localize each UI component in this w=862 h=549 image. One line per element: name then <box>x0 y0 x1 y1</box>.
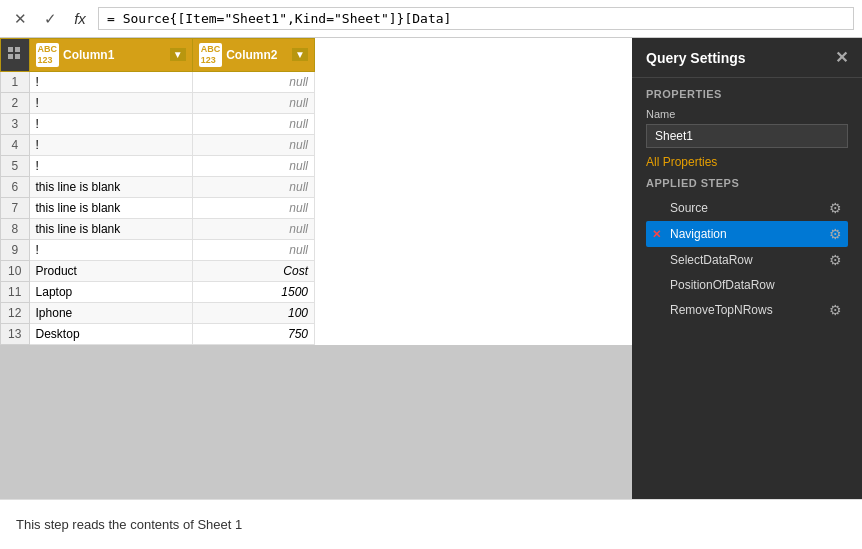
step-item[interactable]: ✕Navigation⚙ <box>646 221 848 247</box>
table-row: 10ProductCost <box>1 260 315 281</box>
table-row: 1!null <box>1 71 315 92</box>
row-number: 9 <box>1 239 30 260</box>
query-settings-header: Query Settings ✕ <box>632 38 862 78</box>
row-number: 1 <box>1 71 30 92</box>
applied-steps-label: APPLIED STEPS <box>646 177 848 189</box>
table-row: 7this line is blanknull <box>1 197 315 218</box>
cell-col2[interactable]: 100 <box>192 302 314 323</box>
cell-col2[interactable]: Cost <box>192 260 314 281</box>
row-num-header <box>1 39 30 72</box>
formula-input[interactable] <box>98 7 854 30</box>
table-row: 4!null <box>1 134 315 155</box>
step-gear-icon[interactable]: ⚙ <box>829 226 842 242</box>
properties-section: PROPERTIES Name All Properties <box>632 78 862 175</box>
cancel-button[interactable]: ✕ <box>8 7 32 31</box>
table-row: 12Iphone100 <box>1 302 315 323</box>
cell-col1[interactable]: this line is blank <box>29 218 192 239</box>
row-number: 10 <box>1 260 30 281</box>
data-panel: ABC123 Column1 ▼ ABC123 Column2 ▼ <box>0 38 632 499</box>
column2-dropdown[interactable]: ▼ <box>292 48 308 61</box>
table-row: 3!null <box>1 113 315 134</box>
cell-col1[interactable]: Iphone <box>29 302 192 323</box>
row-number: 4 <box>1 134 30 155</box>
row-number: 2 <box>1 92 30 113</box>
col2-type-icon: ABC123 <box>199 43 223 67</box>
all-properties-link[interactable]: All Properties <box>646 155 717 169</box>
cell-col1[interactable]: this line is blank <box>29 176 192 197</box>
svg-rect-2 <box>8 54 13 59</box>
column1-dropdown[interactable]: ▼ <box>170 48 186 61</box>
query-settings-close-button[interactable]: ✕ <box>835 48 848 67</box>
row-number: 13 <box>1 323 30 344</box>
query-name-input[interactable] <box>646 124 848 148</box>
cell-col2[interactable]: null <box>192 134 314 155</box>
step-item[interactable]: SelectDataRow⚙ <box>646 247 848 273</box>
table-row: 11Laptop1500 <box>1 281 315 302</box>
cell-col1[interactable]: ! <box>29 239 192 260</box>
svg-rect-0 <box>8 47 13 52</box>
cell-col2[interactable]: null <box>192 218 314 239</box>
cell-col2[interactable]: null <box>192 92 314 113</box>
cell-col1[interactable]: ! <box>29 134 192 155</box>
query-settings-panel: Query Settings ✕ PROPERTIES Name All Pro… <box>632 38 862 499</box>
cell-col2[interactable]: 1500 <box>192 281 314 302</box>
fx-button[interactable]: fx <box>68 7 92 31</box>
name-label: Name <box>646 108 848 120</box>
svg-rect-3 <box>15 54 20 59</box>
col1-type-icon: ABC123 <box>36 43 60 67</box>
row-number: 7 <box>1 197 30 218</box>
step-item[interactable]: Source⚙ <box>646 195 848 221</box>
svg-rect-1 <box>15 47 20 52</box>
cell-col1[interactable]: Product <box>29 260 192 281</box>
step-item[interactable]: PositionOfDataRow <box>646 273 848 297</box>
gray-area <box>0 345 632 499</box>
step-gear-icon[interactable]: ⚙ <box>829 200 842 216</box>
cell-col2[interactable]: null <box>192 197 314 218</box>
column2-header[interactable]: ABC123 Column2 ▼ <box>192 39 314 72</box>
confirm-button[interactable]: ✓ <box>38 7 62 31</box>
step-item[interactable]: RemoveTopNRows⚙ <box>646 297 848 323</box>
step-name-label: PositionOfDataRow <box>670 278 842 292</box>
cell-col2[interactable]: null <box>192 176 314 197</box>
cell-col2[interactable]: null <box>192 113 314 134</box>
table-row: 8this line is blanknull <box>1 218 315 239</box>
row-number: 11 <box>1 281 30 302</box>
properties-label: PROPERTIES <box>646 88 848 100</box>
table-row: 5!null <box>1 155 315 176</box>
row-number: 12 <box>1 302 30 323</box>
cell-col2[interactable]: 750 <box>192 323 314 344</box>
data-table: ABC123 Column1 ▼ ABC123 Column2 ▼ <box>0 38 315 345</box>
step-name-label: SelectDataRow <box>670 253 825 267</box>
step-gear-icon[interactable]: ⚙ <box>829 302 842 318</box>
description-bar: This step reads the contents of Sheet 1 <box>0 499 862 549</box>
cell-col2[interactable]: null <box>192 239 314 260</box>
cell-col1[interactable]: Laptop <box>29 281 192 302</box>
cell-col1[interactable]: ! <box>29 92 192 113</box>
cell-col1[interactable]: Desktop <box>29 323 192 344</box>
step-name-label: Navigation <box>670 227 825 241</box>
column1-header[interactable]: ABC123 Column1 ▼ <box>29 39 192 72</box>
column1-label: Column1 <box>63 48 114 62</box>
step-name-label: RemoveTopNRows <box>670 303 825 317</box>
formula-bar: ✕ ✓ fx <box>0 0 862 38</box>
step-gear-icon[interactable]: ⚙ <box>829 252 842 268</box>
cell-col1[interactable]: ! <box>29 113 192 134</box>
column2-label: Column2 <box>226 48 277 62</box>
cell-col1[interactable]: ! <box>29 155 192 176</box>
row-number: 6 <box>1 176 30 197</box>
table-row: 13Desktop750 <box>1 323 315 344</box>
description-text: This step reads the contents of Sheet 1 <box>16 517 242 532</box>
row-number: 5 <box>1 155 30 176</box>
cell-col1[interactable]: this line is blank <box>29 197 192 218</box>
cell-col2[interactable]: null <box>192 155 314 176</box>
step-prefix-icon: ✕ <box>652 228 666 241</box>
applied-steps-section: APPLIED STEPS Source⚙✕Navigation⚙SelectD… <box>632 175 862 333</box>
table-container: ABC123 Column1 ▼ ABC123 Column2 ▼ <box>0 38 632 345</box>
row-number: 3 <box>1 113 30 134</box>
cell-col2[interactable]: null <box>192 71 314 92</box>
table-row: 2!null <box>1 92 315 113</box>
step-name-label: Source <box>670 201 825 215</box>
table-row: 9!null <box>1 239 315 260</box>
main-area: ABC123 Column1 ▼ ABC123 Column2 ▼ <box>0 38 862 499</box>
cell-col1[interactable]: ! <box>29 71 192 92</box>
